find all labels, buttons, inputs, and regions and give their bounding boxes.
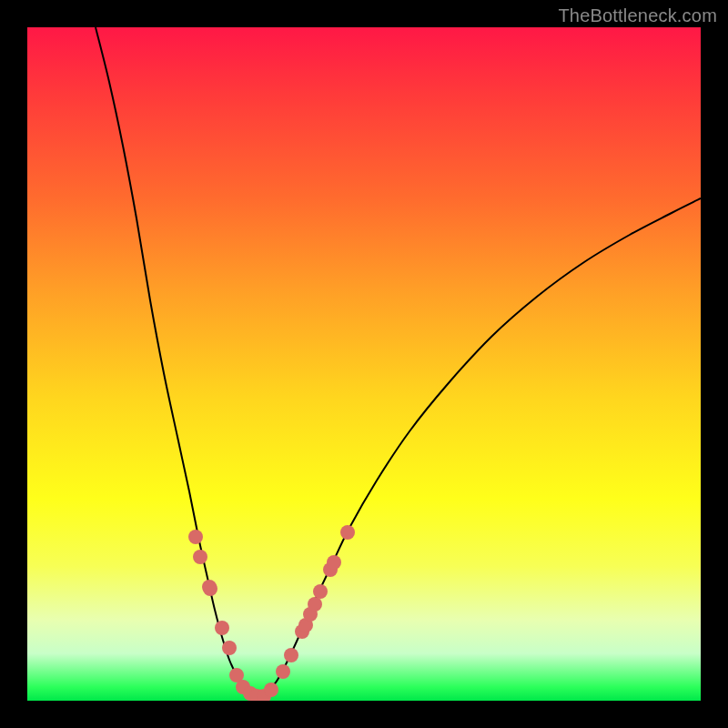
data-dot [188, 530, 203, 544]
data-dots-group [188, 525, 355, 701]
chart-container: TheBottleneck.com [0, 0, 728, 728]
data-dot [313, 584, 328, 599]
data-dot [284, 648, 298, 662]
data-dot [276, 664, 290, 679]
data-dot [222, 641, 237, 655]
data-dot [203, 581, 217, 596]
data-dot [193, 550, 207, 564]
data-dot [340, 525, 355, 540]
plot-area [27, 27, 701, 701]
curve-right-branch [258, 198, 701, 697]
curve-left-branch [96, 27, 258, 697]
data-dot [215, 621, 229, 635]
data-dot [308, 597, 322, 612]
chart-svg [27, 27, 701, 701]
watermark-text: TheBottleneck.com [558, 5, 717, 26]
data-dot [264, 682, 278, 697]
data-dot [327, 555, 341, 570]
